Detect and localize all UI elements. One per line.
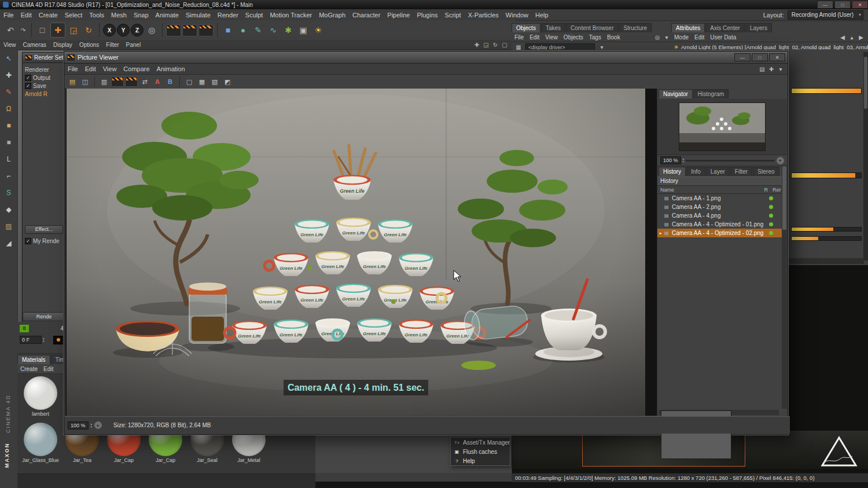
rendered-image-container[interactable]: Green Life [67, 89, 645, 416]
vp-menu-display[interactable]: Display [50, 40, 76, 50]
compare-b-icon[interactable] [125, 76, 138, 87]
move-tool-icon[interactable]: ✚ [50, 23, 65, 38]
my-renderer-row[interactable]: ✓ My Rende [23, 237, 70, 245]
tab-stereo[interactable]: Stereo [753, 167, 779, 176]
y-axis-button[interactable]: Y [117, 24, 130, 36]
nav-forward-icon[interactable]: ▶ [856, 30, 866, 44]
material-sphere[interactable] [24, 376, 57, 410]
zoom-stepper[interactable]: ▴▾ [91, 423, 93, 428]
tab-objects[interactable]: Objects [512, 23, 540, 32]
x-axis-button[interactable]: X [103, 24, 116, 36]
rendered-image[interactable]: Green Life [67, 89, 645, 416]
tab-takes[interactable]: Takes [541, 23, 565, 32]
rotate-tool-icon[interactable]: ↻ [82, 23, 95, 37]
cube-primitive-icon[interactable]: ■ [221, 23, 235, 37]
z-axis-button[interactable]: Z [131, 24, 144, 36]
parameter-slider[interactable] [791, 173, 862, 178]
tab-history[interactable]: History [659, 167, 686, 176]
paint-icon[interactable]: ▨ [2, 220, 15, 233]
s-spline-icon[interactable]: S [2, 186, 15, 199]
materials-menu-create[interactable]: Create [17, 364, 41, 373]
tab-axis-center[interactable]: Axis Center [705, 23, 745, 32]
context-item-asset-tx-manager[interactable]: Tx Asset/Tx Manager [451, 438, 510, 447]
coordinate-system-icon[interactable]: ◎ [145, 23, 159, 37]
menu-plugins[interactable]: Plugins [413, 9, 441, 20]
pv-minimize-button[interactable]: — [734, 53, 751, 61]
save-image-icon[interactable]: ◫ [79, 76, 91, 87]
search-icon[interactable]: ◎ [653, 30, 662, 44]
rs-item-output[interactable]: ✓ Output [23, 74, 65, 82]
live-selection-icon[interactable]: □ [35, 23, 49, 37]
attr-menu-mode[interactable]: Mode [671, 32, 692, 42]
vp-menu-view[interactable]: View [0, 40, 20, 50]
sidebar-horizontal-scrollbar[interactable] [659, 410, 779, 415]
tab-structure[interactable]: Structure [619, 23, 652, 32]
redo-icon[interactable]: ↷ [19, 23, 28, 37]
effect-button[interactable]: Effect... [25, 225, 63, 234]
layout-grid-icon[interactable]: ▥ [98, 76, 110, 87]
menu-render[interactable]: Render [214, 9, 242, 20]
nav-zoom-slider[interactable] [686, 160, 775, 162]
grid-view-icon[interactable]: ▦ [196, 76, 208, 87]
window-titlebar[interactable]: CINEMA 4D R17.048 Studio (R17) - [01_Opt… [0, 0, 868, 9]
record-key-button[interactable] [53, 336, 64, 344]
menu-animate[interactable]: Animate [152, 9, 182, 20]
output-checkbox[interactable]: ✓ [25, 75, 31, 81]
vp-menu-cameras[interactable]: Cameras [20, 40, 50, 50]
tab-info[interactable]: Info [686, 167, 705, 176]
history-row-selected[interactable]: ▸▤ Camera AA - 4 - Optimized - 02.png [657, 229, 787, 237]
menu-edit[interactable]: Edit [17, 9, 35, 20]
tab-layer[interactable]: Layer [706, 167, 730, 176]
tab-filter[interactable]: Filter [730, 167, 752, 176]
menu-mograph[interactable]: MoGraph [315, 9, 349, 20]
pv-maximize-button[interactable]: □ [752, 53, 768, 61]
pv-menu-file[interactable]: File [64, 64, 82, 74]
nav-zoom-stepper[interactable]: ▴▾ [683, 157, 685, 163]
menu-snap[interactable]: Snap [130, 9, 152, 20]
history-row[interactable]: ▤ Camera AA - 2.png [657, 203, 787, 211]
minimize-button[interactable]: — [817, 1, 833, 9]
zoom-value[interactable]: 100 % [68, 421, 89, 430]
timeline-start[interactable]: 0 [20, 325, 29, 332]
parameter-slider[interactable] [791, 227, 862, 232]
light-icon[interactable]: ☀ [311, 23, 325, 37]
brush-icon[interactable]: ✎ [2, 86, 15, 98]
navigator-thumbnail[interactable] [679, 102, 766, 151]
compare-a-icon[interactable] [111, 76, 124, 87]
knife-icon[interactable]: ◢ [2, 237, 15, 249]
magnet-icon[interactable]: Ω [2, 102, 15, 115]
channel-b-icon[interactable]: B [164, 76, 176, 87]
attr-menu-edit[interactable]: Edit [692, 32, 707, 42]
open-file-icon[interactable]: ▤ [67, 76, 78, 87]
history-row[interactable]: ▤ Camera AA - 4.png [657, 211, 787, 220]
pv-menu-view[interactable]: View [100, 64, 120, 74]
mograph-cloner-icon[interactable]: ✱ [281, 23, 295, 37]
materials-scroll-area[interactable] [17, 474, 315, 488]
sphere-primitive-icon[interactable]: ● [236, 23, 250, 37]
frame-field[interactable]: 0 F [20, 336, 42, 344]
channel-a-icon[interactable]: A [152, 76, 163, 87]
swap-ab-icon[interactable]: ⇄ [139, 76, 150, 87]
right-scrollbar[interactable] [863, 52, 868, 260]
column-name[interactable]: Name [660, 187, 674, 193]
save-checkbox[interactable]: ✓ [25, 83, 31, 89]
spline-icon[interactable]: ∿ [266, 23, 280, 37]
menu-window[interactable]: Window [502, 9, 532, 20]
vp-menu-panel[interactable]: Panel [123, 40, 145, 50]
menu-create[interactable]: Create [35, 9, 61, 20]
render-settings-titlebar[interactable]: Render Sett [23, 53, 65, 63]
context-item-flush-caches[interactable]: ▣ Flush caches [451, 447, 510, 456]
fullscreen-icon[interactable]: ▢ [183, 76, 195, 87]
history-scrollbar[interactable] [782, 165, 787, 409]
menu-script[interactable]: Script [442, 9, 465, 20]
cube-edit-icon[interactable]: ■ [2, 136, 15, 149]
view-pan-icon[interactable]: ✚ [472, 38, 481, 52]
camera-icon[interactable]: ▣ [296, 23, 310, 37]
tab-content-browser[interactable]: Content Browser [566, 23, 618, 32]
render-view-button[interactable] [166, 24, 181, 36]
history-row[interactable]: ▤ Camera AA - 1.png [657, 194, 787, 203]
nav-up-icon[interactable]: ▴ [847, 30, 856, 44]
view-maximize-icon[interactable]: ▢ [500, 38, 509, 52]
menu-xparticles[interactable]: X-Particles [465, 9, 502, 20]
menu-file[interactable]: File [0, 9, 17, 20]
